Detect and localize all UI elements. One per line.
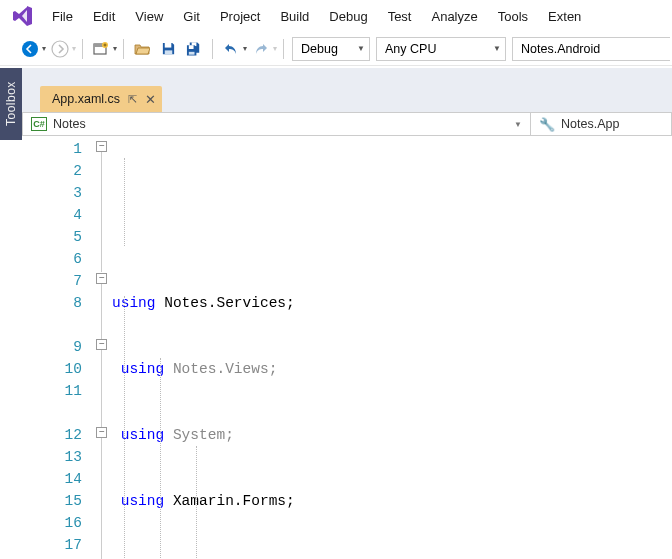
chevron-down-icon: ▼ [514, 120, 522, 129]
save-all-button[interactable] [182, 37, 206, 61]
nav-forward-button[interactable] [48, 37, 72, 61]
target-value: Notes.Android [521, 42, 600, 56]
svg-point-1 [52, 41, 68, 57]
svg-rect-5 [164, 43, 171, 48]
config-dropdown[interactable]: Debug ▼ [292, 37, 370, 61]
nav-class-value: Notes.App [561, 117, 619, 131]
code-content[interactable]: using Notes.Services; using Notes.Views;… [112, 136, 672, 559]
svg-point-0 [22, 41, 38, 57]
toolbox-label: Toolbox [4, 82, 18, 127]
chevron-down-icon: ▼ [357, 44, 365, 53]
code-nav-bar: C# Notes ▼ 🔧 Notes.App [22, 112, 672, 136]
tab-strip: App.xaml.cs ⇱ ✕ [22, 68, 672, 112]
redo-button[interactable] [249, 37, 273, 61]
fold-toggle[interactable]: − [96, 339, 107, 350]
toolbar: ▾ ▾ ▾ ▾ ▾ Debug ▼ Any CPU ▼ Notes.Androi… [0, 32, 672, 66]
menu-edit[interactable]: Edit [83, 3, 125, 30]
config-value: Debug [301, 42, 338, 56]
menu-bar: File Edit View Git Project Build Debug T… [0, 0, 672, 32]
startup-target-dropdown[interactable]: Notes.Android [512, 37, 670, 61]
open-file-button[interactable] [130, 37, 154, 61]
nav-project-value: Notes [53, 117, 86, 131]
svg-rect-8 [188, 45, 193, 49]
svg-rect-6 [164, 50, 172, 54]
fold-toggle[interactable]: − [96, 141, 107, 152]
nav-project-dropdown[interactable]: C# Notes ▼ [23, 113, 531, 135]
menu-project[interactable]: Project [210, 3, 270, 30]
menu-tools[interactable]: Tools [488, 3, 538, 30]
vs-logo-icon [8, 2, 36, 30]
save-button[interactable] [156, 37, 180, 61]
menu-git[interactable]: Git [173, 3, 210, 30]
menu-build[interactable]: Build [270, 3, 319, 30]
menu-analyze[interactable]: Analyze [421, 3, 487, 30]
csharp-icon: C# [31, 117, 47, 131]
new-project-button[interactable] [89, 37, 113, 61]
pin-icon[interactable]: ⇱ [128, 93, 137, 106]
outline-fold-column: − − − − [94, 136, 112, 559]
menu-view[interactable]: View [125, 3, 173, 30]
svg-rect-9 [188, 51, 194, 54]
menu-file[interactable]: File [42, 3, 83, 30]
tab-filename: App.xaml.cs [52, 92, 120, 106]
toolbox-panel-tab[interactable]: Toolbox [0, 68, 22, 140]
nav-class-dropdown[interactable]: 🔧 Notes.App [531, 113, 671, 135]
fold-toggle[interactable]: − [96, 273, 107, 284]
line-number-gutter: 1 2 3 4 5 6 7 8 9 10 11 12 13 14 15 16 1… [22, 136, 94, 559]
menu-debug[interactable]: Debug [319, 3, 377, 30]
menu-extensions[interactable]: Exten [538, 3, 591, 30]
menu-test[interactable]: Test [378, 3, 422, 30]
document-well: App.xaml.cs ⇱ ✕ C# Notes ▼ 🔧 Notes.App 1… [22, 68, 672, 559]
platform-dropdown[interactable]: Any CPU ▼ [376, 37, 506, 61]
code-editor[interactable]: 1 2 3 4 5 6 7 8 9 10 11 12 13 14 15 16 1… [22, 136, 672, 559]
document-tab-active[interactable]: App.xaml.cs ⇱ ✕ [40, 86, 162, 112]
platform-value: Any CPU [385, 42, 436, 56]
undo-button[interactable] [219, 37, 243, 61]
wrench-icon: 🔧 [539, 117, 555, 132]
chevron-down-icon: ▼ [493, 44, 501, 53]
nav-back-button[interactable] [18, 37, 42, 61]
close-icon[interactable]: ✕ [145, 92, 156, 107]
fold-toggle[interactable]: − [96, 427, 107, 438]
